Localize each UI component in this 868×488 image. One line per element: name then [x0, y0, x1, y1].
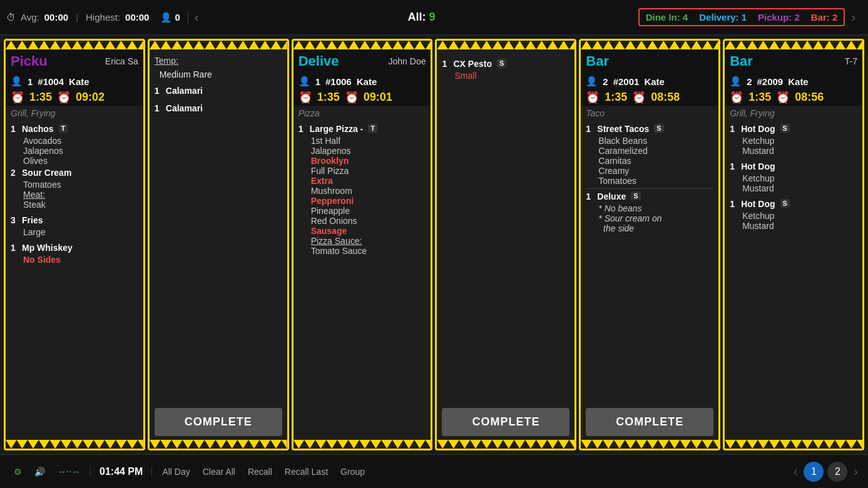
- ticket5-timer2: 08:58: [651, 91, 680, 104]
- ticket4-body: 1 CX Pesto S Small: [437, 49, 574, 404]
- list-item: Pepperoni: [299, 196, 426, 206]
- ticket1-timer2: 09:02: [76, 91, 105, 104]
- zigzag-bottom-5: [581, 440, 718, 449]
- complete-button-4[interactable]: COMPLETE: [442, 408, 569, 436]
- ticket3-station: Pizza: [294, 106, 431, 119]
- ticket3-timer1: 1:35: [317, 91, 340, 104]
- all-day-button[interactable]: All Day: [156, 467, 196, 477]
- list-item: Mustard: [730, 221, 857, 231]
- ticket1-body: 1 Nachos T Avocados Jalapenos Olives 2 S…: [6, 119, 143, 440]
- ticket1-server: Erica Sa: [105, 56, 138, 66]
- ticket3-staff: Kate: [357, 76, 377, 87]
- ticket1-timers: ⏰ 1:35 ⏰ 09:02: [6, 89, 143, 106]
- all-count-section: All: 9: [205, 11, 638, 24]
- ticket6-timers: ⏰ 1:35 ⏰ 08:56: [725, 89, 862, 106]
- clock-icon-3b: ⏰: [345, 91, 359, 104]
- list-item: Tomatoes: [11, 180, 138, 190]
- ticket3-info: 👤 1 #1006 Kate: [294, 73, 431, 89]
- list-item: 1 Calamari: [155, 103, 282, 113]
- highest-value: 00:00: [125, 12, 149, 23]
- nav-left-arrow[interactable]: ‹: [188, 10, 205, 24]
- person-icon-1: 👤: [11, 76, 23, 87]
- pickup-count: Pickup: 2: [758, 12, 800, 23]
- list-item: Black Beans: [586, 136, 713, 146]
- complete-button-5[interactable]: COMPLETE: [586, 408, 713, 436]
- clear-all-button[interactable]: Clear All: [197, 467, 242, 477]
- list-item: Brooklyn: [299, 156, 426, 166]
- page-next-arrow[interactable]: ›: [851, 464, 860, 479]
- ticket1-info: 👤 1 #1004 Kate: [6, 73, 143, 89]
- list-item: 1 Large Pizza - T: [299, 124, 426, 134]
- order-types-section: Dine In: 4 Delivery: 1 Pickup: 2 Bar: 2: [638, 8, 845, 26]
- person-icon-5: 👤: [586, 76, 598, 87]
- ticket-temp: Temp: Medium Rare 1 Calamari 1 Calamari …: [148, 39, 289, 450]
- list-item: Jalapenos: [11, 146, 138, 156]
- list-item: 1 Street Tacos S: [586, 124, 713, 134]
- clock-icon-1b: ⏰: [57, 91, 71, 104]
- list-item: No Sides: [11, 255, 138, 265]
- gear-icon: ⚙: [14, 467, 22, 477]
- ticket5-type: Bar: [586, 53, 609, 69]
- list-item: the side: [586, 223, 713, 233]
- nav-right-arrow[interactable]: ›: [845, 10, 862, 24]
- recall-last-button[interactable]: Recall Last: [278, 467, 334, 477]
- bottom-bar: ⚙ 🔊 ↔⋅⋅↔ 01:44 PM All Day Clear All Reca…: [0, 454, 868, 488]
- list-item: Caramelized: [586, 146, 713, 156]
- ticket1-order: #1004: [38, 76, 64, 87]
- ticket5-timer1: 1:35: [605, 91, 627, 104]
- zigzag-bottom-3: [294, 440, 431, 449]
- ticket6-order: #2009: [757, 76, 783, 87]
- page-1-button[interactable]: 1: [804, 462, 824, 482]
- group-button[interactable]: Group: [334, 467, 371, 477]
- ticket6-header: Bar T-7: [725, 49, 862, 73]
- recall-button[interactable]: Recall: [242, 467, 278, 477]
- list-item: Sausage: [299, 226, 426, 236]
- list-item: 1 Mp Whiskey: [11, 243, 138, 253]
- ticket2-body: Temp: Medium Rare 1 Calamari 1 Calamari: [150, 49, 287, 404]
- list-item: Medium Rare: [155, 69, 282, 79]
- stats-section: ⏱ Avg: 00:00 | Highest: 00:00 👤 0: [6, 12, 188, 23]
- main-content: Picku Erica Sa 👤 1 #1004 Kate ⏰ 1:35 ⏰ 0…: [0, 35, 868, 454]
- ticket-delivery: Delive John Doe 👤 1 #1006 Kate ⏰ 1:35 ⏰ …: [292, 39, 433, 450]
- ticket5-header: Bar: [581, 49, 718, 73]
- zigzag-bottom-2: [150, 440, 287, 449]
- divider: [586, 188, 713, 189]
- ticket6-body: 1 Hot Dog S Ketchup Mustard 1 Hot Dog Ke…: [725, 119, 862, 440]
- complete-button-2[interactable]: COMPLETE: [155, 408, 282, 436]
- page-2-button[interactable]: 2: [827, 462, 847, 482]
- list-item: Mustard: [730, 183, 857, 193]
- avg-label: Avg:: [21, 12, 39, 23]
- list-item: Small: [442, 71, 569, 81]
- list-item: Olives: [11, 156, 138, 166]
- list-item: 1 Hot Dog S: [730, 199, 857, 209]
- current-time: 01:44 PM: [90, 466, 152, 477]
- ticket1-timer1: 1:35: [29, 91, 52, 104]
- ticket1-header: Picku Erica Sa: [6, 49, 143, 73]
- zigzag-top-2: [150, 41, 287, 49]
- list-item: Full Pizza: [299, 166, 426, 176]
- delivery-count: Delivery: 1: [699, 12, 747, 23]
- list-item: Jalapenos: [299, 146, 426, 156]
- clock-icon-3: ⏰: [299, 91, 312, 104]
- person-icon-3: 👤: [299, 76, 310, 87]
- ticket3-timer2: 09:01: [364, 91, 392, 104]
- person-icon-6: 👤: [730, 76, 742, 87]
- list-item: Pizza Sauce:: [299, 236, 426, 246]
- settings-button[interactable]: ⚙: [8, 467, 28, 477]
- list-item: * No beans: [586, 203, 713, 213]
- volume-button[interactable]: 🔊: [28, 467, 51, 477]
- badge-s: S: [497, 59, 506, 68]
- zigzag-bottom-1: [6, 440, 143, 449]
- ticket6-guests: 2: [747, 76, 752, 87]
- list-item: Ketchup: [730, 211, 857, 221]
- person-icon: 👤: [160, 12, 172, 23]
- connection-button[interactable]: ↔⋅⋅↔: [51, 467, 86, 477]
- page-prev-arrow[interactable]: ‹: [791, 464, 800, 479]
- list-item: Mustard: [730, 146, 857, 156]
- zigzag-top-6: [725, 41, 862, 49]
- ticket1-guests: 1: [28, 76, 33, 87]
- zigzag-bottom-4: [437, 440, 574, 449]
- ticket-bar-2009: Bar T-7 👤 2 #2009 Kate ⏰ 1:35 ⏰ 08:56 Gr…: [723, 39, 864, 450]
- list-item: Ketchup: [730, 136, 857, 146]
- zigzag-top-3: [294, 41, 431, 49]
